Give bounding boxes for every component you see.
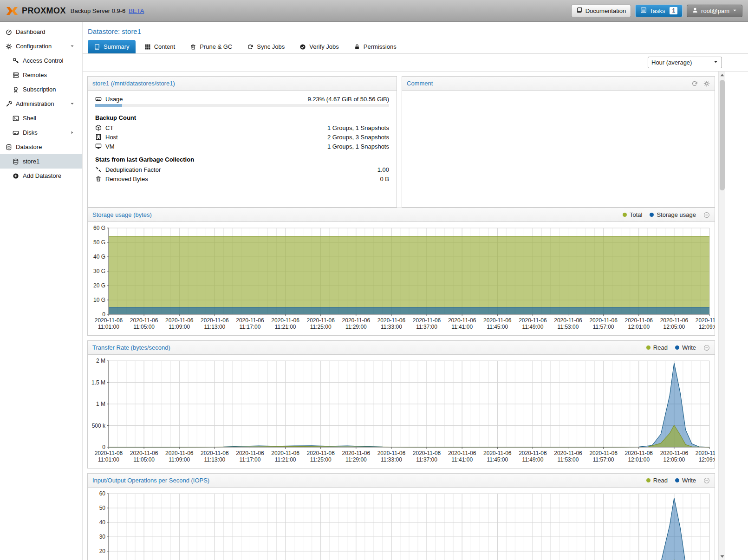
brand-text: PROXMOX (22, 6, 66, 16)
toolbar: Hour (average) (83, 54, 748, 72)
svg-text:11:29:00: 11:29:00 (345, 324, 367, 330)
sidebar-item-remotes[interactable]: Remotes (0, 68, 82, 82)
sidebar-item-access-control[interactable]: Access Control (0, 53, 82, 68)
svg-text:2020-11-06: 2020-11-06 (271, 317, 299, 324)
tab-verify-jobs[interactable]: Verify Jobs (293, 40, 345, 53)
sidebar-item-administration[interactable]: Administration (0, 97, 82, 111)
iops-chart-panel: Input/Output Operations per Second (IOPS… (87, 473, 715, 560)
sidebar-item-store1[interactable]: store1 (0, 154, 82, 169)
svg-text:20: 20 (99, 548, 106, 554)
legend-item-write[interactable]: Write (675, 344, 696, 351)
svg-text:2020-11-06: 2020-11-06 (589, 450, 618, 456)
caret-down-icon[interactable] (70, 101, 75, 106)
comment-body[interactable] (402, 91, 715, 221)
tab-summary[interactable]: Summary (88, 40, 136, 53)
sidebar-item-label: Disks (23, 129, 38, 136)
svg-text:11:53:00: 11:53:00 (558, 324, 579, 330)
tab-label: Prune & GC (200, 43, 232, 50)
row-label: VM (105, 143, 115, 150)
svg-text:11:33:00: 11:33:00 (381, 324, 402, 330)
sidebar-item-datastore[interactable]: Datastore (0, 140, 82, 154)
tab-content[interactable]: Content (138, 40, 182, 53)
servers-icon (13, 72, 19, 78)
summary-panel-header: store1 (/mnt/datastores/store1) (88, 77, 397, 91)
summary-row-vm: VM1 Groups, 1 Snapshots (88, 142, 397, 151)
refresh-icon[interactable] (691, 80, 698, 87)
add-icon (13, 173, 19, 179)
svg-text:11:41:00: 11:41:00 (451, 324, 473, 330)
timeframe-value: Hour (average) (651, 59, 692, 66)
svg-text:60: 60 (99, 490, 106, 497)
svg-text:2020-11-06: 2020-11-06 (413, 450, 441, 456)
tab-prune-gc[interactable]: Prune & GC (184, 40, 238, 53)
svg-text:11:21:00: 11:21:00 (275, 456, 296, 463)
legend-item-total[interactable]: Total (623, 211, 642, 218)
sidebar-item-shell[interactable]: Shell (0, 111, 82, 125)
gear-icon (6, 43, 12, 50)
collapse-icon[interactable] (703, 345, 710, 351)
tab-label: Content (154, 43, 176, 50)
svg-text:12:01:00: 12:01:00 (628, 456, 650, 463)
summary-body: Usage9.23% (4.67 GiB of 50.56 GiB)Backup… (88, 91, 397, 183)
svg-text:30: 30 (99, 534, 106, 540)
sidebar-item-disks[interactable]: Disks (0, 125, 82, 140)
legend-dot (650, 213, 654, 217)
row-label: Usage (105, 96, 123, 103)
svg-text:11:53:00: 11:53:00 (558, 456, 579, 463)
iops-chart-header: Input/Output Operations per Second (IOPS… (88, 474, 715, 488)
svg-text:2020-11-06: 2020-11-06 (519, 317, 547, 324)
ribbon-icon (13, 86, 19, 93)
legend-item-write[interactable]: Write (675, 477, 696, 484)
verify-icon (299, 44, 306, 50)
sidebar-item-subscription[interactable]: Subscription (0, 82, 82, 97)
timeframe-select[interactable]: Hour (average) (648, 57, 722, 68)
gear-icon[interactable] (703, 80, 710, 87)
svg-text:2020-11-06: 2020-11-06 (377, 317, 406, 324)
caret-down-icon[interactable] (70, 44, 75, 49)
tab-label: Permissions (364, 43, 397, 50)
scroll-down-button[interactable] (719, 553, 725, 560)
tab-sync-jobs[interactable]: Sync Jobs (241, 40, 291, 53)
vertical-scrollbar[interactable] (718, 72, 725, 560)
transfer-rate-chart-title: Transfer Rate (bytes/second) (92, 344, 170, 351)
tasks-button[interactable]: Tasks 1 (635, 5, 683, 17)
svg-text:11:45:00: 11:45:00 (487, 456, 508, 463)
documentation-label: Documentation (585, 7, 626, 14)
documentation-button[interactable]: Documentation (571, 5, 631, 17)
tab-permissions[interactable]: Permissions (348, 40, 403, 53)
svg-text:0: 0 (102, 444, 105, 450)
svg-text:30 G: 30 G (93, 268, 105, 274)
scroll-up-button[interactable] (719, 72, 725, 78)
legend-item-read[interactable]: Read (646, 344, 668, 351)
legend-item-storage-usage[interactable]: Storage usage (650, 211, 696, 218)
section-heading-backup-count: Backup Count (88, 109, 397, 123)
row-value: 0 B (380, 176, 389, 182)
proxmox-logo-icon (6, 7, 19, 15)
legend-dot (675, 478, 679, 482)
beta-link[interactable]: BETA (129, 7, 144, 14)
sidebar-item-configuration[interactable]: Configuration (0, 39, 82, 53)
svg-text:50 G: 50 G (93, 239, 105, 246)
user-menu-button[interactable]: root@pam (687, 5, 742, 17)
collapse-icon[interactable] (703, 477, 710, 484)
legend-item-read[interactable]: Read (646, 477, 668, 484)
legend-label: Read (653, 477, 668, 484)
svg-text:11:49:00: 11:49:00 (522, 456, 543, 463)
collapse-icon[interactable] (703, 212, 710, 218)
transfer-rate-legend: ReadWrite (646, 344, 696, 351)
scroll-thumb[interactable] (720, 80, 725, 190)
sidebar-item-dashboard[interactable]: Dashboard (0, 25, 82, 39)
comment-panel-tools (691, 80, 710, 87)
usage-progress-fill (95, 104, 122, 107)
tab-label: Verify Jobs (309, 43, 339, 50)
sidebar-item-add-datastore[interactable]: Add Datastore (0, 169, 82, 183)
book-icon (576, 7, 583, 15)
tab-label: Summary (104, 43, 130, 50)
svg-text:2020-11-06: 2020-11-06 (660, 450, 689, 456)
compress-icon (95, 166, 102, 173)
svg-text:11:37:00: 11:37:00 (416, 456, 437, 463)
caret-right-icon[interactable] (70, 130, 75, 135)
svg-text:2020-11-06: 2020-11-06 (448, 317, 476, 324)
sidebar-item-label: Remotes (23, 72, 47, 78)
svg-text:11:49:00: 11:49:00 (522, 324, 543, 330)
